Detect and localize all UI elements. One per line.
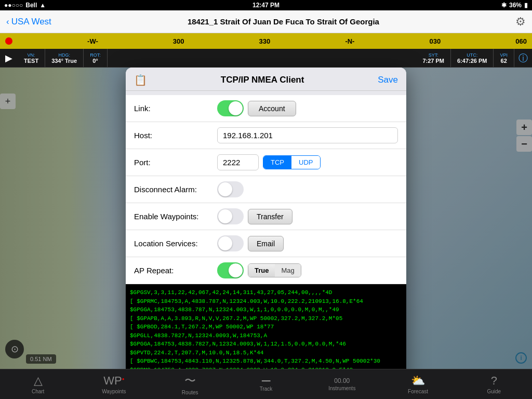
ruler-label-n: -N- — [345, 37, 354, 45]
instrument-hdg: HDG: 334° True — [45, 49, 84, 67]
syt-value: 7:27 PM — [422, 58, 444, 64]
info-button[interactable]: ⓘ — [514, 52, 532, 64]
tab-waypoints[interactable]: WP● Waypoints — [76, 374, 152, 394]
nmea-line-6: $GPGLL,4838.7827,N,12324.0093,W,184753,A — [130, 331, 402, 340]
guide-label: Guide — [487, 389, 501, 394]
utc-value: 6:47:26 PM — [457, 58, 487, 64]
toggle-thumb-5 — [229, 263, 243, 277]
tcp-button[interactable]: TCP — [263, 156, 291, 169]
location-services-label: Location Services: — [134, 239, 217, 248]
ap-repeat-toggle[interactable] — [217, 262, 244, 278]
toggle-thumb-3 — [218, 209, 232, 223]
battery-label: 36% — [509, 2, 522, 9]
nav-bar: ‹ USA West 18421_1 Strait Of Juan De Fuc… — [0, 10, 532, 33]
port-label: Port: — [134, 158, 217, 167]
routes-label: Routes — [182, 390, 198, 395]
disconnect-alarm-row: Disconnect Alarm: — [126, 176, 406, 203]
tab-guide[interactable]: ? Guide — [456, 374, 532, 394]
carrier-label: Bell — [25, 2, 37, 9]
instruments-icon: 00.00 — [334, 377, 350, 384]
ap-repeat-row: AP Repeat: True Mag — [126, 257, 406, 284]
tab-routes[interactable]: 〜 Routes — [152, 373, 228, 395]
modal-header: 📋 TCP/IP NMEA Client Save — [126, 68, 406, 91]
tab-track[interactable]: ━━ Track — [228, 377, 304, 392]
link-toggle[interactable] — [217, 100, 244, 116]
tab-chart[interactable]: △ Chart — [0, 374, 76, 394]
enable-waypoints-row: Enable Waypoints: Transfer — [126, 203, 406, 230]
mag-button[interactable]: Mag — [275, 264, 300, 277]
forecast-icon: ⛅ — [411, 374, 425, 388]
location-services-toggle[interactable] — [217, 235, 244, 251]
disconnect-alarm-toggle[interactable] — [217, 181, 244, 197]
port-input[interactable] — [217, 154, 259, 170]
ruler-label-330: 330 — [259, 37, 271, 45]
hdg-value: 334° True — [51, 58, 77, 64]
nav-title: 18421_1 Strait Of Juan De Fuca To Strait… — [51, 17, 515, 26]
link-label: Link: — [134, 104, 217, 113]
syt-label: SYT: — [429, 52, 438, 58]
host-row: Host: — [126, 122, 406, 149]
battery-icon: ▮ — [524, 2, 528, 9]
waypoints-label: Waypoints — [102, 389, 126, 394]
true-mag-control: True Mag — [248, 263, 301, 277]
rot-value: 0° — [92, 58, 98, 64]
wifi-icon: ▲ — [39, 2, 46, 9]
instrument-rot: ROT: 0° — [84, 49, 108, 67]
modal-body: Link: Account Host: Port: — [126, 95, 406, 393]
forecast-label: Forecast — [408, 389, 428, 394]
instruments-label: Instruments — [328, 385, 355, 391]
vpi-value: 62 — [501, 58, 507, 64]
track-icon: ━━ — [262, 377, 270, 385]
nmea-line-5: [ $GPBOD,284.1,T,267.2,M,WP 50002,WP 18*… — [130, 323, 402, 331]
transfer-button[interactable]: Transfer — [248, 209, 292, 224]
enable-waypoints-toggle[interactable] — [217, 208, 244, 224]
host-value — [217, 127, 398, 143]
ruler-label-w: -W- — [87, 37, 98, 45]
email-button[interactable]: Email — [248, 236, 284, 251]
save-button[interactable]: Save — [378, 75, 398, 85]
chart-ruler: -W- 300 330 -N- 030 060 — [0, 33, 532, 49]
vpi-label: VPI — [500, 52, 508, 58]
location-services-row: Location Services: Email — [126, 230, 406, 257]
instrument-vpi: VPI 62 — [494, 49, 514, 67]
host-label: Host: — [134, 131, 217, 140]
disconnect-alarm-label: Disconnect Alarm: — [134, 185, 217, 194]
tab-forecast[interactable]: ⛅ Forecast — [380, 374, 456, 394]
back-button[interactable]: ‹ USA West — [6, 17, 51, 27]
nmea-line-9: [ $GPBWC,184753,4843.110,N,12325.878,W,3… — [130, 357, 402, 366]
guide-icon: ? — [491, 374, 497, 388]
chevron-left-icon: ‹ — [6, 17, 9, 27]
status-bar: ●●○○○ Bell ▲ 12:47 PM ✱ 36% ▮ — [0, 0, 532, 10]
host-input[interactable] — [217, 127, 398, 143]
chart-label: Chart — [32, 389, 44, 394]
port-value: TCP UDP — [217, 154, 398, 170]
status-left: ●●○○○ Bell ▲ — [4, 2, 46, 9]
tab-bar: △ Chart WP● Waypoints 〜 Routes ━━ Track … — [0, 369, 532, 399]
modal-overlay: 📋 TCP/IP NMEA Client Save Link: Account … — [0, 68, 532, 369]
ruler-label-300: 300 — [173, 37, 184, 45]
nmea-line-4: [ $GPAPB,A,A,3.893,R,N,V,V,267.2,M,WP 50… — [130, 314, 402, 323]
link-value: Account — [217, 100, 398, 116]
port-row: Port: TCP UDP — [126, 149, 406, 176]
location-services-value: Email — [217, 235, 398, 251]
back-label: USA West — [11, 17, 51, 27]
routes-icon: 〜 — [184, 373, 196, 389]
toggle-thumb-4 — [218, 236, 232, 250]
play-button[interactable]: ▶ — [0, 52, 18, 64]
enable-waypoints-value: Transfer — [217, 208, 398, 224]
instrument-utc: UTC: 6:47:26 PM — [451, 49, 494, 67]
instrument-syt: SYT: 7:27 PM — [416, 49, 451, 67]
book-icon[interactable]: 📋 — [134, 74, 147, 86]
true-button[interactable]: True — [248, 264, 275, 277]
settings-button[interactable]: ⚙ — [515, 15, 526, 29]
udp-button[interactable]: UDP — [291, 156, 320, 169]
track-label: Track — [260, 386, 273, 392]
tcp-nmea-modal: 📋 TCP/IP NMEA Client Save Link: Account … — [126, 68, 406, 393]
account-button[interactable]: Account — [248, 101, 296, 116]
tab-instruments[interactable]: 00.00 Instruments — [304, 377, 380, 391]
link-row: Link: Account — [126, 95, 406, 122]
signal-dots: ●●○○○ — [4, 2, 23, 9]
nmea-line-3: $GPGGA,184753,4838.787,N,12324.003,W,1,1… — [130, 305, 402, 314]
enable-waypoints-label: Enable Waypoints: — [134, 212, 217, 221]
instrument-vn: VN: TEST — [18, 49, 45, 67]
